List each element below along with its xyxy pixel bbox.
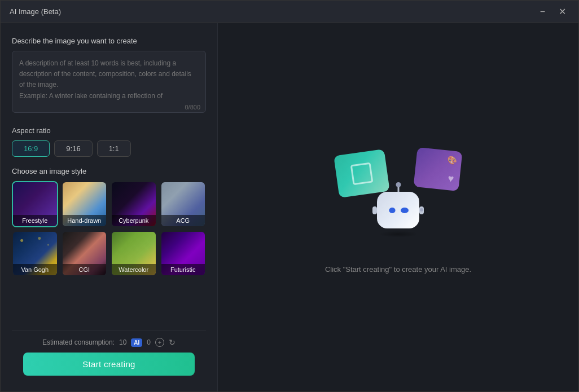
style-futuristic-label: Futuristic	[161, 264, 205, 275]
robot-body	[373, 192, 424, 243]
close-button[interactable]: ✕	[555, 6, 569, 17]
add-coins-button[interactable]: +	[155, 338, 164, 347]
consumption-label: Estimated consumption:	[42, 338, 115, 346]
right-panel: Click "Start creating" to create your AI…	[218, 23, 578, 391]
description-input[interactable]	[12, 51, 206, 113]
robot-eyes	[388, 208, 409, 213]
bg-card-left	[334, 149, 390, 198]
robot-antenna	[397, 185, 399, 192]
style-cgi-label: CGI	[63, 264, 107, 275]
start-creating-button[interactable]: Start creating	[23, 353, 195, 376]
ai-badge: AI	[131, 338, 142, 347]
right-placeholder-text: Click "Start creating" to create your AI…	[325, 265, 471, 274]
style-section: Choose an image style Freestyle Hand-dra…	[12, 167, 206, 276]
main-content: Describe the image you want to create 0/…	[1, 23, 578, 391]
bottom-bar: Estimated consumption: 10 AI 0 + ↻ Start…	[12, 331, 206, 382]
bg-card-right	[413, 147, 462, 191]
aspect-btn-9-16[interactable]: 9:16	[54, 140, 92, 157]
robot-shadow	[379, 231, 418, 237]
aspect-section: Aspect ratio 16:9 9:16 1:1	[12, 126, 206, 157]
style-freestyle[interactable]: Freestyle	[12, 181, 58, 227]
style-handdrawn-label: Hand-drawn	[63, 215, 107, 226]
coin-number: 0	[147, 338, 151, 346]
robot-head	[377, 192, 419, 228]
aspect-label: Aspect ratio	[12, 126, 206, 135]
aspect-options: 16:9 9:16 1:1	[12, 140, 206, 157]
style-vangogh-label: Van Gogh	[13, 264, 57, 275]
describe-label: Describe the image you want to create	[12, 37, 206, 45]
minimize-button[interactable]: −	[537, 6, 549, 17]
robot-ear-left	[372, 206, 377, 214]
robot-illustration	[325, 141, 472, 254]
style-futuristic[interactable]: Futuristic	[160, 231, 207, 277]
coin-count: 0	[147, 338, 151, 346]
style-acg[interactable]: ACG	[160, 181, 207, 227]
style-watercolor[interactable]: Watercolor	[111, 231, 157, 277]
window-controls: − ✕	[537, 6, 569, 17]
style-handdrawn[interactable]: Hand-drawn	[62, 181, 108, 227]
style-label: Choose an image style	[12, 167, 206, 175]
textarea-container: 0/800	[12, 51, 206, 115]
titlebar: AI Image (Beta) − ✕	[1, 1, 578, 23]
style-freestyle-label: Freestyle	[13, 215, 57, 226]
style-cyberpunk[interactable]: Cyberpunk	[111, 181, 157, 227]
consumption-value: 10	[119, 338, 126, 346]
style-cgi[interactable]: CGI	[62, 231, 108, 277]
aspect-btn-16-9[interactable]: 16:9	[12, 140, 50, 157]
aspect-btn-1-1[interactable]: 1:1	[97, 140, 131, 157]
app-window: AI Image (Beta) − ✕ Describe the image y…	[0, 0, 579, 392]
style-vangogh[interactable]: Van Gogh	[12, 231, 58, 277]
consumption-row: Estimated consumption: 10 AI 0 + ↻	[23, 338, 195, 347]
char-count: 0/800	[185, 104, 200, 111]
window-title: AI Image (Beta)	[10, 7, 61, 16]
style-acg-label: ACG	[161, 215, 205, 226]
robot-eye-right	[401, 208, 409, 213]
robot-ear-right	[419, 206, 424, 214]
style-watercolor-label: Watercolor	[112, 264, 156, 275]
left-panel: Describe the image you want to create 0/…	[1, 23, 218, 391]
style-cyberpunk-label: Cyberpunk	[112, 215, 156, 226]
refresh-icon[interactable]: ↻	[169, 338, 176, 347]
style-grid: Freestyle Hand-drawn Cyberpunk	[12, 181, 206, 276]
robot-eye-left	[389, 208, 395, 213]
